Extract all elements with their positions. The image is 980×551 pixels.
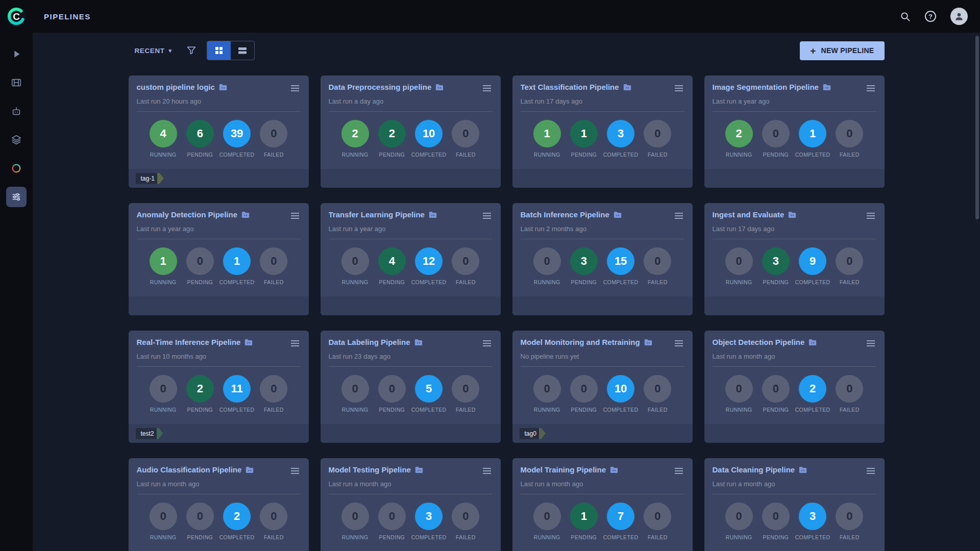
sidebar-item-datasets[interactable] bbox=[6, 72, 27, 93]
menu-icon bbox=[290, 340, 300, 347]
stat-pending: 0 PENDING bbox=[182, 503, 218, 540]
card-body: custom pipeline logic Last run 2 bbox=[129, 76, 309, 169]
pipeline-card[interactable]: Transfer Learning Pipeline Last bbox=[321, 203, 501, 315]
sort-dropdown[interactable]: RECENT ▾ bbox=[135, 47, 172, 55]
sidebar-item-models[interactable] bbox=[6, 130, 27, 150]
stat-pending: 0 PENDING bbox=[566, 375, 602, 413]
pipeline-card[interactable]: Anomaly Detection Pipeline Last bbox=[129, 203, 309, 315]
app-logo[interactable]: C bbox=[6, 6, 27, 27]
completed-count: 3 bbox=[415, 503, 443, 530]
card-stats: 0 RUNNING 0 PENDING 2 COMPLETED 0 FAILED bbox=[137, 494, 301, 540]
sidebar-item-orchestration[interactable] bbox=[6, 101, 27, 121]
completed-label: COMPLETED bbox=[411, 152, 447, 158]
completed-count: 12 bbox=[415, 247, 443, 275]
pending-label: PENDING bbox=[763, 279, 789, 285]
pipeline-tag[interactable]: tag-1 bbox=[136, 173, 164, 184]
pipeline-title: Text Classification Pipeline bbox=[521, 83, 619, 91]
pending-label: PENDING bbox=[571, 152, 597, 158]
stat-running: 2 RUNNING bbox=[337, 120, 374, 158]
help-button[interactable]: ? bbox=[925, 11, 936, 22]
pipeline-card[interactable]: Model Monitoring and Retraining bbox=[512, 331, 693, 443]
failed-count: 0 bbox=[260, 503, 287, 530]
completed-count: 1 bbox=[799, 120, 826, 147]
card-menu-button[interactable] bbox=[481, 338, 493, 349]
pipeline-tag[interactable]: tag0 bbox=[520, 428, 546, 439]
sidebar-item-projects[interactable] bbox=[6, 44, 27, 64]
pipeline-card[interactable]: Batch Inference Pipeline Last ru bbox=[512, 203, 693, 315]
stat-running: 1 RUNNING bbox=[529, 120, 566, 158]
pipeline-project-icon bbox=[244, 339, 253, 346]
search-icon bbox=[900, 11, 911, 22]
list-view-button[interactable] bbox=[231, 41, 254, 60]
pipeline-card[interactable]: custom pipeline logic Last run 2 bbox=[129, 76, 309, 188]
card-menu-button[interactable] bbox=[289, 83, 301, 94]
pipeline-card[interactable]: Audio Classification Pipeline La bbox=[129, 458, 309, 551]
stat-completed: 2 COMPLETED bbox=[794, 375, 831, 413]
menu-icon bbox=[290, 467, 300, 474]
card-menu-button[interactable] bbox=[673, 83, 684, 94]
card-menu-button[interactable] bbox=[673, 465, 684, 477]
card-menu-button[interactable] bbox=[289, 210, 301, 221]
stat-failed: 0 FAILED bbox=[639, 503, 676, 540]
completed-label: COMPLETED bbox=[219, 152, 255, 158]
stat-failed: 0 FAILED bbox=[831, 247, 868, 285]
projects-icon bbox=[11, 48, 22, 60]
sidebar-item-applications[interactable] bbox=[6, 158, 27, 179]
card-menu-button[interactable] bbox=[481, 465, 493, 477]
pending-count: 3 bbox=[762, 247, 790, 275]
running-label: RUNNING bbox=[150, 152, 177, 158]
stat-running: 0 RUNNING bbox=[337, 503, 374, 540]
stat-failed: 0 FAILED bbox=[447, 247, 484, 285]
card-menu-button[interactable] bbox=[481, 210, 493, 221]
stat-completed: 3 COMPLETED bbox=[410, 503, 447, 540]
pipeline-card[interactable]: Data Cleaning Pipeline Last run bbox=[704, 458, 885, 551]
filter-button[interactable] bbox=[186, 45, 197, 56]
completed-label: COMPLETED bbox=[411, 279, 447, 285]
pipeline-title: Data Preprocessing pipeline bbox=[329, 83, 432, 91]
pipeline-project-icon bbox=[623, 84, 631, 91]
card-footer bbox=[129, 296, 309, 315]
stat-failed: 0 FAILED bbox=[639, 247, 676, 285]
grid-view-button[interactable] bbox=[207, 41, 231, 60]
card-menu-button[interactable] bbox=[865, 338, 876, 349]
pipeline-card[interactable]: Object Detection Pipeline Last r bbox=[704, 331, 885, 443]
pipeline-card[interactable]: Text Classification Pipeline Las bbox=[512, 76, 693, 188]
failed-label: FAILED bbox=[264, 152, 284, 158]
card-body: Audio Classification Pipeline La bbox=[129, 458, 309, 551]
failed-count: 0 bbox=[260, 120, 287, 147]
card-menu-button[interactable] bbox=[865, 210, 876, 221]
new-pipeline-button[interactable]: + NEW PIPELINE bbox=[800, 41, 884, 60]
card-footer bbox=[704, 296, 885, 315]
failed-label: FAILED bbox=[456, 407, 476, 413]
card-menu-button[interactable] bbox=[865, 83, 876, 94]
pending-count: 0 bbox=[762, 120, 790, 147]
pipeline-card[interactable]: Real-Time Inference Pipeline Las bbox=[129, 331, 309, 443]
pipeline-title: Data Labeling Pipeline bbox=[329, 338, 410, 346]
last-run-text: Last run a year ago bbox=[713, 97, 876, 105]
stat-completed: 2 COMPLETED bbox=[218, 503, 255, 540]
stat-failed: 0 FAILED bbox=[255, 503, 292, 540]
pipeline-card[interactable]: Ingest and Evaluate Last run 17 bbox=[704, 203, 885, 315]
card-menu-button[interactable] bbox=[673, 338, 684, 349]
sidebar-item-pipelines[interactable] bbox=[6, 187, 27, 207]
scrollbar-thumb[interactable] bbox=[975, 36, 979, 219]
card-menu-button[interactable] bbox=[481, 83, 493, 94]
card-body: Data Cleaning Pipeline Last run bbox=[704, 458, 885, 551]
failed-label: FAILED bbox=[456, 152, 476, 158]
card-menu-button[interactable] bbox=[865, 465, 876, 477]
stat-completed: 39 COMPLETED bbox=[218, 120, 255, 158]
completed-count: 1 bbox=[223, 247, 251, 275]
pipeline-project-icon bbox=[415, 466, 423, 473]
pipeline-tag[interactable]: test2 bbox=[136, 428, 163, 439]
pipeline-card[interactable]: Image Segmentation Pipeline Last bbox=[704, 76, 885, 188]
pipeline-card[interactable]: Model Testing Pipeline Last run bbox=[321, 458, 501, 551]
plus-icon: + bbox=[810, 46, 816, 56]
pipeline-card[interactable]: Data Labeling Pipeline Last run bbox=[321, 331, 501, 443]
card-menu-button[interactable] bbox=[673, 210, 684, 221]
user-avatar-button[interactable] bbox=[950, 8, 968, 25]
pipeline-card[interactable]: Model Training Pipeline Last run bbox=[512, 458, 693, 551]
search-button[interactable] bbox=[900, 11, 911, 22]
pipeline-card[interactable]: Data Preprocessing pipeline Last bbox=[321, 76, 501, 188]
card-menu-button[interactable] bbox=[289, 338, 301, 349]
card-menu-button[interactable] bbox=[289, 465, 301, 477]
